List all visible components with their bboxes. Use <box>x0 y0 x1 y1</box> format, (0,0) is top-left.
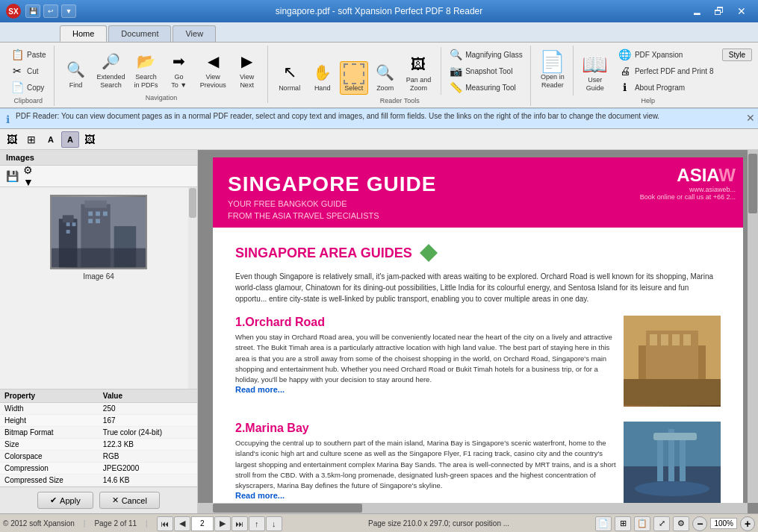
area-2-readmore[interactable]: Read more... <box>235 491 285 500</box>
zoom-out-btn[interactable]: − <box>692 516 707 531</box>
extended-search-btn[interactable]: 🔎 ExtendedSearch <box>93 47 129 92</box>
sub-btn-0[interactable]: 🖼 <box>3 131 21 148</box>
first-page-btn[interactable]: ⏮ <box>157 516 173 531</box>
pan-zoom-btn[interactable]: 🖼 Pan andZoom <box>403 50 435 95</box>
view-previous-btn[interactable]: ◀ ViewPrevious <box>196 47 230 92</box>
snapshot-tool-btn[interactable]: 📷 Snapshot Tool <box>446 63 526 78</box>
building-svg <box>52 196 146 268</box>
ribbon: Home Document View Style 📋 Paste ✂ Cut <box>0 22 758 108</box>
open-in-reader-btn[interactable]: 📄 Open inReader <box>537 47 568 92</box>
tab-home[interactable]: Home <box>60 25 107 42</box>
status-bar: © 2012 soft Xpansion | Page 2 of 11 | ⏮ … <box>0 513 758 532</box>
search-pdfs-icon: 📂 <box>134 49 158 73</box>
goto-icon: ➡ <box>167 49 191 73</box>
reader-tools-label: Reader Tools <box>380 97 420 104</box>
zoom-btn[interactable]: 🔍 Zoom <box>370 58 401 95</box>
last-page-btn[interactable]: ⏭ <box>232 516 248 531</box>
next-page-btn[interactable]: ▶ <box>214 516 231 531</box>
area-1-readmore[interactable]: Read more... <box>235 385 285 394</box>
sub-btn-4[interactable]: 🖼 <box>81 131 99 148</box>
select-label: Select <box>344 84 363 93</box>
area-1-image <box>624 316 721 407</box>
go-down-btn[interactable]: ↓ <box>266 516 282 531</box>
svg-rect-11 <box>103 211 108 216</box>
page-number-input[interactable] <box>191 516 214 531</box>
pdf-xpansion-btn[interactable]: 🌐 PDF Xpansion <box>615 47 717 62</box>
hand-btn[interactable]: ✋ Hand <box>307 58 338 95</box>
style-button[interactable]: Style <box>722 48 752 61</box>
sidebar-scrollbar[interactable] <box>188 187 197 389</box>
open-reader-label: Open inReader <box>541 73 565 90</box>
prop-label-colorspace: Colorspace <box>0 451 99 463</box>
prop-value-width: 250 <box>99 403 197 415</box>
zoom-in-btn[interactable]: + <box>740 516 755 531</box>
search-pdfs-btn[interactable]: 📂 Searchin PDFs <box>131 47 162 92</box>
prev-page-btn[interactable]: ◀ <box>174 516 190 531</box>
area-2-image <box>624 422 721 513</box>
perfect-pdf-btn[interactable]: 🖨 Perfect PDF and Print 8 <box>615 63 717 78</box>
svg-rect-13 <box>96 219 100 223</box>
user-guide-btn[interactable]: 📖 UserGuide <box>580 50 611 95</box>
pdf-section-title: SINGAPORE AREA GUIDES <box>235 242 721 263</box>
pdf-scrollbar-horizontal[interactable] <box>198 503 748 513</box>
view-next-btn[interactable]: ▶ ViewNext <box>232 47 263 92</box>
go-up-btn[interactable]: ↑ <box>249 516 265 531</box>
pdf-logo-area: ASIAW www.asiaweb... Book online or call… <box>640 165 736 201</box>
pdf-area-1: 1.Orchard Road When you stay in Orchard … <box>235 316 721 407</box>
page-nav: ⏮ ◀ ▶ ⏭ ↑ ↓ <box>157 516 282 531</box>
prop-value-compression: JPEG2000 <box>99 463 197 475</box>
svg-rect-23 <box>624 379 721 405</box>
svg-rect-29 <box>653 433 697 440</box>
pdf-logo-url: www.asiaweb... <box>640 186 736 193</box>
cancel-btn[interactable]: ✕ Cancel <box>99 492 160 509</box>
tab-document[interactable]: Document <box>108 25 171 42</box>
magnifying-glass-btn[interactable]: 🔍 Magnifying Glass <box>446 47 526 62</box>
measuring-tool-btn[interactable]: 📏 Measuring Tool <box>446 80 526 95</box>
undo-quick-btn[interactable]: ↩ <box>43 4 58 18</box>
svg-rect-12 <box>88 219 93 223</box>
app-icon: SX <box>6 4 21 19</box>
fit-page-btn[interactable]: ⤢ <box>653 516 670 531</box>
apply-btn[interactable]: ✔ Apply <box>37 492 93 509</box>
ribbon-content: 📋 Paste ✂ Cut 📄 Copy Clipboard <box>0 43 758 107</box>
open-reader-items: 📄 Open inReader <box>537 47 568 92</box>
prop-row-height: Height 167 <box>0 415 197 427</box>
sub-btn-2[interactable]: A <box>42 131 60 148</box>
close-btn[interactable]: ✕ <box>731 1 752 22</box>
prop-label-compressed-size: Compressed Size <box>0 475 99 486</box>
sidebar-save-btn[interactable]: 💾 <box>3 168 21 184</box>
sidebar-scroll-thumb[interactable] <box>189 188 196 218</box>
cut-btn[interactable]: ✂ Cut <box>7 63 49 78</box>
goto-btn[interactable]: ➡ GoTo ▼ <box>164 47 195 92</box>
info-bar-close-btn[interactable]: ✕ <box>746 112 755 124</box>
sidebar-settings-btn[interactable]: ⚙ ▼ <box>22 168 40 184</box>
copy-btn[interactable]: 📄 Copy <box>7 80 49 95</box>
copy-label: Copy <box>27 84 44 92</box>
view-mode-btn-3[interactable]: 📋 <box>634 516 650 531</box>
about-program-btn[interactable]: ℹ About Program <box>615 80 717 95</box>
paste-btn[interactable]: 📋 Paste <box>7 47 49 62</box>
sub-btn-1[interactable]: ⊞ <box>22 131 40 148</box>
pdf-scrollbar-vertical[interactable] <box>748 150 758 503</box>
select-btn[interactable]: Select <box>340 61 368 95</box>
pdf-scroll-thumb-v[interactable] <box>748 154 757 213</box>
maximize-btn[interactable]: 🗗 <box>709 1 730 22</box>
minimize-btn[interactable]: 🗕 <box>686 1 707 22</box>
settings-status-btn[interactable]: ⚙ <box>673 516 689 531</box>
sidebar-header: Images <box>0 150 197 166</box>
copyright-text: © 2012 soft Xpansion <box>3 519 75 528</box>
status-separator-2: | <box>146 519 148 528</box>
view-mode-btn-1[interactable]: 📄 <box>595 516 612 531</box>
normal-btn[interactable]: ↖ Normal <box>274 58 305 95</box>
status-right: 📄 ⊞ 📋 ⤢ ⚙ − 100% + <box>595 516 755 531</box>
view-next-label: ViewNext <box>240 73 254 90</box>
save-quick-btn[interactable]: 💾 <box>25 4 40 18</box>
dropdown-quick-btn[interactable]: ▼ <box>61 4 76 18</box>
tab-view[interactable]: View <box>173 25 216 42</box>
find-btn[interactable]: 🔍 Find <box>60 55 92 92</box>
magnifying-glass-label: Magnifying Glass <box>465 51 523 59</box>
find-icon: 🔍 <box>64 57 88 81</box>
pdf-scroll-thumb-h[interactable] <box>213 504 362 513</box>
sub-btn-3[interactable]: A <box>61 131 79 148</box>
view-mode-btn-2[interactable]: ⊞ <box>615 516 631 531</box>
